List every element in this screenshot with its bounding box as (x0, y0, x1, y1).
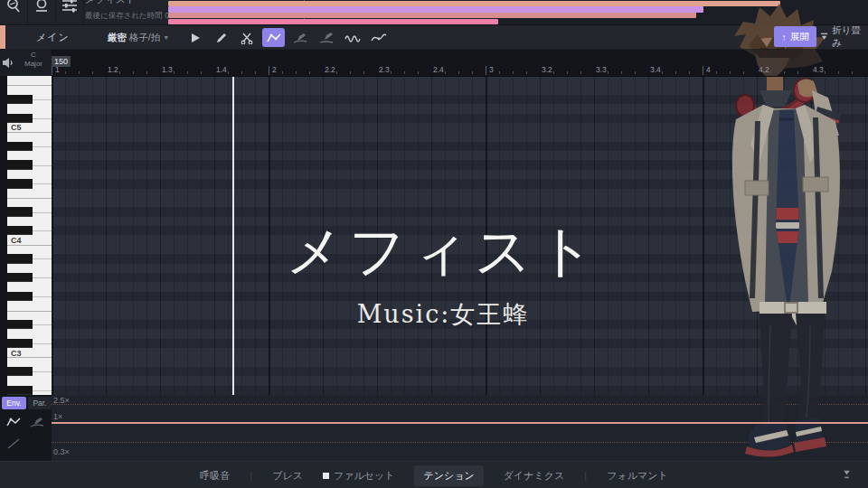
black-key[interactable] (7, 254, 33, 263)
ruler-subtick (92, 71, 93, 74)
param-button-ダイナミクス[interactable]: ダイナミクス (504, 469, 565, 483)
ruler-subtick (608, 71, 609, 74)
black-key[interactable] (7, 273, 33, 282)
white-key-separator (33, 183, 52, 184)
timeline-ruler[interactable]: 150 11.21.31.422.22.32.433.23.33.444.24.… (52, 49, 868, 77)
sub-beat-line (119, 76, 120, 395)
tab-envelope[interactable]: Env. (2, 397, 26, 409)
black-key[interactable] (7, 160, 33, 169)
ruler-subtick (187, 71, 188, 74)
ruler-subtick (743, 71, 744, 74)
param-pen-tool-button[interactable] (27, 413, 47, 431)
ruler-subtick (513, 71, 514, 74)
ruler-subtick (201, 71, 202, 74)
key-signature[interactable]: C Major (16, 51, 51, 70)
ruler-tick-label: 2.4 (433, 65, 444, 74)
ruler-subtick (730, 71, 731, 74)
octave-label: C5 (11, 123, 22, 132)
overview-track-bar[interactable] (168, 13, 696, 18)
param-button-label: フォルマント (607, 469, 668, 483)
white-key-separator (7, 198, 52, 199)
white-key-separator (33, 165, 52, 166)
vibrato-tool-button[interactable] (341, 28, 363, 47)
draw-pitch-tool-button[interactable] (288, 28, 311, 47)
ruler-subtick (336, 71, 337, 74)
ruler-subtick (784, 71, 785, 74)
sub-beat-line (79, 76, 80, 395)
fold-button[interactable]: 折り畳み (820, 26, 867, 47)
sub-beat-line (92, 76, 93, 395)
white-key-separator (7, 357, 52, 358)
param-value-line (52, 422, 868, 424)
black-key[interactable] (7, 386, 33, 395)
pencil-tool-button[interactable] (210, 28, 232, 47)
param-button-label: ブレス (272, 469, 303, 483)
black-key[interactable] (7, 339, 33, 348)
track-color-accent (0, 25, 5, 50)
ruler-tick-label: 3 (489, 65, 494, 74)
white-key-separator (33, 277, 52, 278)
ruler-subtick (526, 71, 527, 74)
black-key[interactable] (7, 226, 33, 235)
white-key-separator (33, 258, 52, 259)
overview-track-bar[interactable] (168, 6, 703, 12)
ruler-tick-label: 1.4 (216, 65, 227, 74)
expand-button[interactable]: ↑ 展開 (774, 26, 816, 47)
play-button[interactable] (184, 28, 206, 47)
ruler-subtick (689, 71, 690, 74)
ruler-tick-label: 2.2 (325, 65, 335, 74)
speaker-icon[interactable] (2, 57, 14, 69)
black-key[interactable] (7, 95, 33, 104)
scissors-tool-button[interactable] (236, 28, 259, 47)
last-saved-label: 最後に保存された時間 0 (85, 11, 168, 22)
ruler-subtick (133, 71, 134, 74)
erase-pitch-tool-button[interactable] (315, 28, 337, 47)
param-button-呼吸音[interactable]: 呼吸音 (200, 469, 230, 483)
black-key[interactable] (7, 142, 33, 151)
param-button-フォルマント[interactable]: フォルマント (607, 469, 668, 483)
ruler-subtick (282, 71, 283, 74)
param-line-tool-button[interactable] (4, 435, 24, 453)
piano-keyboard[interactable]: C5C4C3 (7, 76, 52, 395)
ruler-subtick (228, 71, 229, 74)
param-button-label: ダイナミクス (504, 469, 565, 483)
zoom-tool-icon[interactable] (0, 0, 28, 24)
param-button-ブレス[interactable]: ブレス (272, 469, 303, 483)
snap-strict-label: 厳密 (108, 32, 127, 44)
black-key[interactable] (7, 292, 33, 301)
smooth-tool-button[interactable] (367, 28, 390, 47)
tempo-marker[interactable]: 150 (52, 56, 71, 67)
param-scale-label: 2.5× (53, 396, 70, 405)
envelope-tool-button[interactable] (262, 28, 285, 47)
ruler-subtick (716, 71, 717, 74)
black-key[interactable] (7, 367, 33, 376)
measure-divider (703, 66, 703, 75)
sub-beat-line (133, 76, 134, 395)
black-key[interactable] (7, 114, 33, 123)
note-tool-icon[interactable] (28, 0, 56, 24)
black-key[interactable] (7, 207, 33, 216)
param-scale-label: 0.3× (53, 447, 70, 456)
bottom-bar-separator: | (250, 470, 252, 481)
character-collar (760, 90, 792, 107)
tab-parameters[interactable]: Par. (28, 397, 52, 409)
track-name-label[interactable]: メイン (36, 31, 70, 44)
mixer-icon[interactable] (56, 0, 84, 24)
ruler-tick-label: 3.4 (650, 65, 661, 74)
snap-grid-dropdown[interactable]: 厳密 格子/拍 ▼ (108, 32, 169, 44)
fold-icon (820, 33, 828, 42)
parameter-selector-bar: 呼吸音|ブレスファルセットテンションダイナミクス|フォルマント (0, 461, 868, 488)
white-key-separator (33, 371, 52, 372)
collapse-panel-button[interactable] (842, 469, 852, 479)
arrow-up-icon: ↑ (781, 32, 786, 42)
param-button-テンション[interactable]: テンション (414, 465, 483, 486)
fold-label: 折り畳み (832, 24, 867, 50)
black-key[interactable] (7, 179, 33, 188)
param-envelope-tool-button[interactable] (4, 413, 24, 431)
black-key[interactable] (7, 320, 33, 329)
param-button-ファルセット[interactable]: ファルセット (323, 469, 395, 483)
song-credit: Music:女王蜂 (136, 298, 750, 331)
measure-divider (52, 66, 52, 75)
ruler-subtick (241, 71, 242, 74)
ruler-subtick (580, 71, 581, 74)
